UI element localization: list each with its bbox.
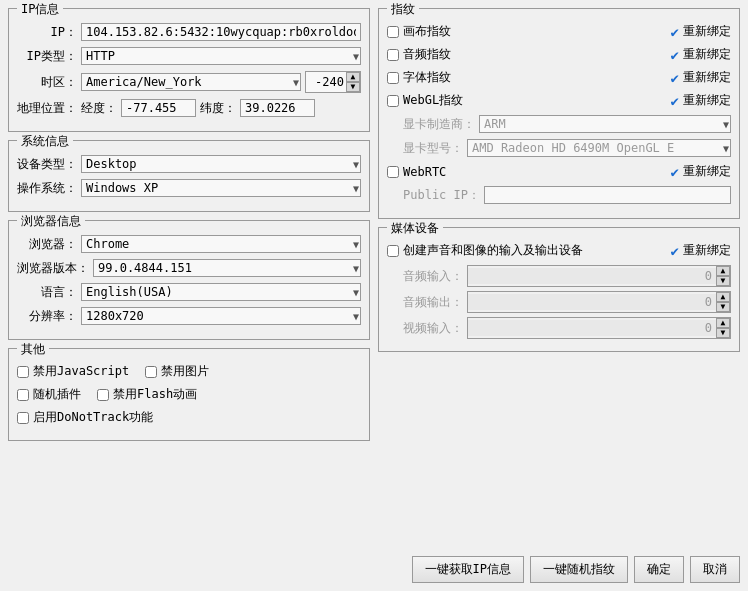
video-in-spinner: 0 ▲ ▼ — [467, 317, 731, 339]
os-select[interactable]: Windows XP Windows 7 Windows 10 macOS Li… — [81, 179, 361, 197]
audio-in-up-btn[interactable]: ▲ — [716, 266, 730, 276]
media-create-checkbox[interactable] — [387, 245, 399, 257]
timezone-row: 时区： America/New_York Asia/Shanghai Europ… — [17, 71, 361, 93]
random-plugin-label[interactable]: 随机插件 — [17, 386, 81, 403]
audio-reassign-text: 重新绑定 — [683, 46, 731, 63]
canvas-fp-label[interactable]: 画布指纹 — [387, 23, 671, 40]
confirm-button[interactable]: 确定 — [634, 556, 684, 583]
latitude-label: 纬度： — [200, 100, 236, 117]
canvas-check-icon: ✔ — [671, 24, 679, 40]
resolution-select[interactable]: 1280x720 1920x1080 2560x1440 — [81, 307, 361, 325]
gpu-vendor-row: 显卡制造商： ARM NVIDIA AMD ▼ — [387, 115, 731, 133]
audio-in-down-btn[interactable]: ▼ — [716, 276, 730, 286]
language-select-wrap: English(USA) Chinese(Simplified) Japanes… — [81, 283, 361, 301]
public-ip-input[interactable] — [484, 186, 731, 204]
canvas-fp-row: 画布指纹 ✔ 重新绑定 — [387, 23, 731, 40]
disable-img-label[interactable]: 禁用图片 — [145, 363, 209, 380]
cancel-button[interactable]: 取消 — [690, 556, 740, 583]
browser-info-title: 浏览器信息 — [17, 213, 85, 230]
webgl-fp-label[interactable]: WebGL指纹 — [387, 92, 671, 109]
timezone-select[interactable]: America/New_York Asia/Shanghai Europe/Lo… — [81, 73, 301, 91]
media-header-row: 创建声音和图像的输入及输出设备 ✔ 重新绑定 — [387, 242, 731, 259]
webrtc-label[interactable]: WebRTC — [387, 165, 671, 179]
language-select[interactable]: English(USA) Chinese(Simplified) Japanes… — [81, 283, 361, 301]
audio-out-down-btn[interactable]: ▼ — [716, 302, 730, 312]
audio-in-label: 音频输入： — [403, 268, 463, 285]
font-reassign-btn[interactable]: ✔ 重新绑定 — [671, 69, 731, 86]
resolution-label: 分辨率： — [17, 308, 77, 325]
disable-js-label[interactable]: 禁用JavaScript — [17, 363, 129, 380]
do-not-track-label[interactable]: 启用DoNotTrack功能 — [17, 409, 153, 426]
random-plugin-checkbox[interactable] — [17, 389, 29, 401]
font-fp-checkbox[interactable] — [387, 72, 399, 84]
webrtc-check-icon: ✔ — [671, 164, 679, 180]
device-type-row: 设备类型： Desktop Mobile Tablet ▼ — [17, 155, 361, 173]
gpu-model-select-wrap: AMD Radeon HD 6490M OpenGL E ▼ — [467, 139, 731, 157]
canvas-fp-checkbox[interactable] — [387, 26, 399, 38]
version-select[interactable]: 99.0.4844.151 — [93, 259, 361, 277]
webgl-fp-row: WebGL指纹 ✔ 重新绑定 — [387, 92, 731, 109]
gpu-model-label: 显卡型号： — [403, 140, 463, 157]
fetch-ip-button[interactable]: 一键获取IP信息 — [412, 556, 524, 583]
gpu-model-select[interactable]: AMD Radeon HD 6490M OpenGL E — [467, 139, 731, 157]
do-not-track-checkbox[interactable] — [17, 412, 29, 424]
browser-select-wrap: Chrome Firefox Edge Safari ▼ — [81, 235, 361, 253]
audio-reassign-btn[interactable]: ✔ 重新绑定 — [671, 46, 731, 63]
timezone-offset-wrap: ▲ ▼ — [305, 71, 361, 93]
other-section: 其他 禁用JavaScript 禁用图片 随机插件 — [8, 348, 370, 441]
media-create-label[interactable]: 创建声音和图像的输入及输出设备 — [387, 242, 667, 259]
language-label: 语言： — [17, 284, 77, 301]
video-in-down-btn[interactable]: ▼ — [716, 328, 730, 338]
version-select-wrap: 99.0.4844.151 ▼ — [93, 259, 361, 277]
ip-type-select[interactable]: HTTP HTTPS SOCKS5 — [81, 47, 361, 65]
audio-fp-checkbox[interactable] — [387, 49, 399, 61]
other-title: 其他 — [17, 341, 49, 358]
webrtc-checkbox[interactable] — [387, 166, 399, 178]
browser-select[interactable]: Chrome Firefox Edge Safari — [81, 235, 361, 253]
font-reassign-text: 重新绑定 — [683, 69, 731, 86]
disable-flash-label[interactable]: 禁用Flash动画 — [97, 386, 197, 403]
timezone-up-btn[interactable]: ▲ — [346, 72, 360, 82]
public-ip-label: Public IP： — [403, 187, 480, 204]
webgl-fp-checkbox[interactable] — [387, 95, 399, 107]
webgl-reassign-text: 重新绑定 — [683, 92, 731, 109]
geo-row: 地理位置： 经度： 纬度： — [17, 99, 361, 117]
device-type-select[interactable]: Desktop Mobile Tablet — [81, 155, 361, 173]
audio-check-icon: ✔ — [671, 47, 679, 63]
webrtc-reassign-btn[interactable]: ✔ 重新绑定 — [671, 163, 731, 180]
timezone-down-btn[interactable]: ▼ — [346, 82, 360, 92]
video-in-up-btn[interactable]: ▲ — [716, 318, 730, 328]
webgl-reassign-btn[interactable]: ✔ 重新绑定 — [671, 92, 731, 109]
disable-img-checkbox[interactable] — [145, 366, 157, 378]
font-fp-row: 字体指纹 ✔ 重新绑定 — [387, 69, 731, 86]
latitude-input[interactable] — [240, 99, 315, 117]
other-row-2: 随机插件 禁用Flash动画 — [17, 386, 361, 403]
canvas-reassign-btn[interactable]: ✔ 重新绑定 — [671, 23, 731, 40]
system-info-title: 系统信息 — [17, 133, 73, 150]
audio-out-up-btn[interactable]: ▲ — [716, 292, 730, 302]
disable-js-checkbox[interactable] — [17, 366, 29, 378]
ip-row: IP： — [17, 23, 361, 41]
gpu-vendor-select-wrap: ARM NVIDIA AMD ▼ — [479, 115, 731, 133]
gpu-vendor-select[interactable]: ARM NVIDIA AMD — [479, 115, 731, 133]
left-panel: IP信息 IP： IP类型： HTTP HTTPS SOCKS5 ▼ — [8, 8, 370, 550]
audio-in-spinner-btns: ▲ ▼ — [716, 266, 730, 286]
timezone-spinner: ▲ ▼ — [346, 72, 360, 92]
disable-flash-checkbox[interactable] — [97, 389, 109, 401]
content-area: IP信息 IP： IP类型： HTTP HTTPS SOCKS5 ▼ — [8, 8, 740, 550]
font-fp-label[interactable]: 字体指纹 — [387, 69, 671, 86]
fingerprint-section: 指纹 画布指纹 ✔ 重新绑定 音频指纹 — [378, 8, 740, 219]
audio-fp-label[interactable]: 音频指纹 — [387, 46, 671, 63]
random-fingerprint-button[interactable]: 一键随机指纹 — [530, 556, 628, 583]
ip-type-select-wrap: HTTP HTTPS SOCKS5 ▼ — [81, 47, 361, 65]
ip-input[interactable] — [81, 23, 361, 41]
media-check-icon: ✔ — [671, 243, 679, 259]
media-reassign-btn[interactable]: ✔ 重新绑定 — [671, 242, 731, 259]
device-type-select-wrap: Desktop Mobile Tablet ▼ — [81, 155, 361, 173]
video-in-label: 视频输入： — [403, 320, 463, 337]
timezone-offset-input[interactable] — [306, 74, 346, 90]
resolution-row: 分辨率： 1280x720 1920x1080 2560x1440 ▼ — [17, 307, 361, 325]
bottom-bar: 一键获取IP信息 一键随机指纹 确定 取消 — [8, 550, 740, 583]
longitude-input[interactable] — [121, 99, 196, 117]
system-info-section: 系统信息 设备类型： Desktop Mobile Tablet ▼ 操作系统： — [8, 140, 370, 212]
